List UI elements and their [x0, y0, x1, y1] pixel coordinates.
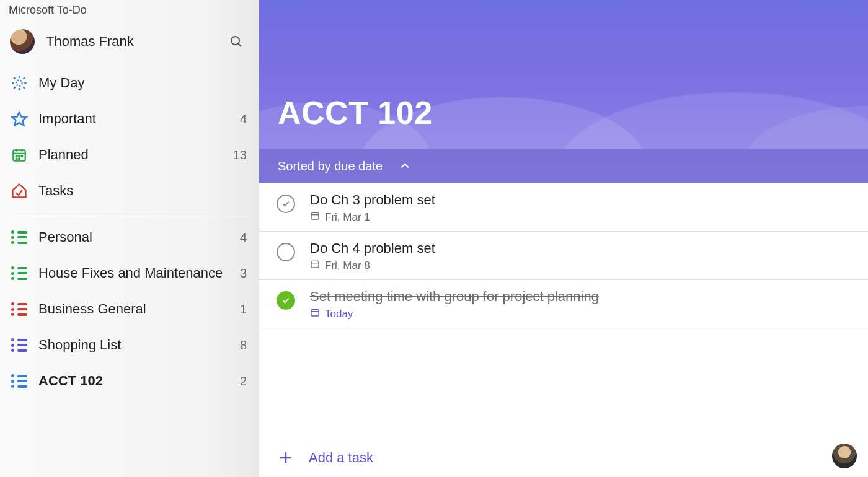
- sidebar-item-personal[interactable]: Personal 4: [0, 219, 259, 255]
- svg-line-10: [23, 77, 24, 79]
- sidebar-divider: [12, 214, 247, 214]
- task-due: Fri, Mar 1: [310, 211, 851, 224]
- custom-lists: Personal 4 House Fixes and Maintenance 3…: [0, 219, 259, 399]
- task-title: Set meeting time with group for project …: [310, 289, 851, 305]
- user-row[interactable]: Thomas Frank: [0, 23, 259, 65]
- svg-rect-23: [311, 261, 319, 268]
- svg-point-16: [16, 155, 17, 157]
- add-task-label: Add a task: [309, 450, 373, 466]
- sort-bar[interactable]: Sorted by due date: [259, 149, 868, 183]
- sidebar-item-myday[interactable]: My Day: [0, 65, 259, 101]
- corner-avatar[interactable]: [832, 444, 857, 468]
- app-title: Microsoft To-Do: [0, 0, 259, 23]
- task-due: Today: [310, 307, 851, 320]
- sidebar-item-label: ACCT 102: [38, 373, 233, 389]
- list-icon: [10, 372, 29, 390]
- sidebar-item-label: House Fixes and Maintenance: [38, 265, 233, 281]
- list-icon: [10, 300, 29, 318]
- task-title: Do Ch 3 problem set: [310, 192, 851, 208]
- task-row[interactable]: Do Ch 4 problem set Fri, Mar 8: [259, 232, 868, 280]
- task-row[interactable]: Set meeting time with group for project …: [259, 280, 868, 328]
- calendar-icon: [10, 146, 29, 164]
- user-name: Thomas Frank: [46, 33, 226, 50]
- list-icon: [10, 264, 29, 282]
- sidebar-item-count: 4: [233, 230, 247, 245]
- svg-line-7: [14, 77, 15, 79]
- sun-icon: [10, 74, 29, 92]
- plus-icon: [278, 450, 294, 466]
- svg-point-2: [16, 80, 22, 85]
- task-checkbox[interactable]: [277, 195, 295, 213]
- sidebar-item-label: Personal: [38, 229, 233, 245]
- svg-line-8: [23, 87, 24, 88]
- sidebar-item-acct102[interactable]: ACCT 102 2: [0, 363, 259, 399]
- calendar-mini-icon: [310, 307, 320, 320]
- sidebar-item-label: Shopping List: [38, 337, 233, 353]
- svg-rect-25: [311, 309, 319, 316]
- sort-label: Sorted by due date: [278, 159, 383, 173]
- list-header: ACCT 102: [259, 0, 868, 149]
- sidebar-item-label: Planned: [38, 147, 233, 163]
- svg-line-1: [238, 43, 241, 46]
- sidebar-item-house[interactable]: House Fixes and Maintenance 3: [0, 255, 259, 291]
- sidebar-item-tasks[interactable]: Tasks: [0, 173, 259, 209]
- svg-point-19: [16, 158, 17, 159]
- user-avatar[interactable]: [10, 29, 35, 54]
- svg-point-20: [19, 158, 20, 159]
- task-due: Fri, Mar 8: [310, 259, 851, 272]
- task-row[interactable]: Do Ch 3 problem set Fri, Mar 1: [259, 183, 868, 232]
- sidebar: Microsoft To-Do Thomas Frank My Day Impo…: [0, 0, 259, 477]
- sidebar-item-planned[interactable]: Planned 13: [0, 137, 259, 173]
- svg-rect-21: [311, 212, 319, 219]
- sidebar-item-count: 13: [233, 148, 247, 162]
- sidebar-item-label: Business General: [38, 301, 233, 317]
- home-icon: [10, 182, 29, 200]
- svg-point-0: [231, 37, 239, 45]
- task-checkbox[interactable]: [277, 291, 295, 310]
- svg-line-9: [14, 87, 15, 88]
- svg-point-18: [21, 155, 22, 157]
- sidebar-item-count: 2: [233, 374, 247, 388]
- sidebar-item-count: 3: [233, 266, 247, 281]
- sidebar-item-shopping[interactable]: Shopping List 8: [0, 327, 259, 363]
- sidebar-item-label: Important: [38, 111, 233, 127]
- list-icon: [10, 228, 29, 247]
- task-checkbox[interactable]: [277, 243, 295, 261]
- list-icon: [10, 336, 29, 354]
- calendar-mini-icon: [310, 259, 320, 272]
- search-button[interactable]: [226, 31, 247, 52]
- svg-point-17: [19, 155, 20, 157]
- sidebar-item-label: My Day: [38, 75, 233, 91]
- sidebar-item-count: 8: [233, 338, 247, 352]
- chevron-up-icon: [399, 160, 411, 172]
- main-pane: ACCT 102 Sorted by due date Do Ch 3 prob…: [259, 0, 868, 477]
- sidebar-item-label: Tasks: [38, 183, 233, 199]
- task-list: Do Ch 3 problem set Fri, Mar 1 Do Ch 4 p…: [259, 183, 868, 439]
- sidebar-item-count: 4: [233, 112, 247, 126]
- sidebar-item-bizgen[interactable]: Business General 1: [0, 291, 259, 327]
- add-task-button[interactable]: Add a task: [259, 439, 868, 477]
- task-title: Do Ch 4 problem set: [310, 240, 851, 256]
- calendar-mini-icon: [310, 211, 320, 224]
- sidebar-item-count: 1: [233, 302, 247, 317]
- sidebar-item-important[interactable]: Important 4: [0, 101, 259, 137]
- svg-marker-11: [12, 112, 26, 126]
- star-icon: [10, 110, 29, 128]
- smart-lists: My Day Important 4 Planned 13 Tasks: [0, 65, 259, 209]
- search-icon: [229, 34, 244, 49]
- list-title: ACCT 102: [278, 94, 433, 131]
